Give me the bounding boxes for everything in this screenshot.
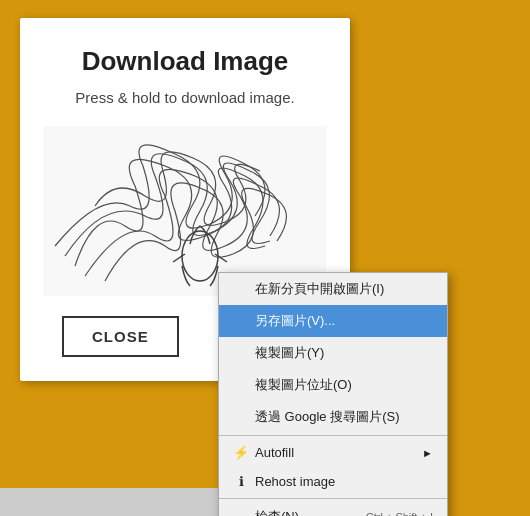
menu-item-shortcut: Ctrl + Shift + I (366, 511, 433, 516)
context-menu-item-save-image[interactable]: 另存圖片(V)... (219, 305, 447, 337)
context-menu-separator (219, 435, 447, 436)
menu-item-label: 在新分頁中開啟圖片(I) (255, 280, 433, 298)
card-image (44, 126, 326, 296)
context-menu-separator (219, 498, 447, 499)
context-menu-item-copy-image-url[interactable]: 複製圖片位址(O) (219, 369, 447, 401)
menu-item-label: Autofill (255, 445, 422, 460)
context-menu-item-autofill[interactable]: ⚡Autofill► (219, 438, 447, 467)
context-menu-item-inspect[interactable]: 檢查(N)Ctrl + Shift + I (219, 501, 447, 516)
card-title: Download Image (44, 46, 326, 77)
bottom-bar (0, 488, 220, 516)
menu-item-label: 複製圖片位址(O) (255, 376, 433, 394)
menu-item-label: Rehost image (255, 474, 433, 489)
context-menu-item-rehost[interactable]: ℹRehost image (219, 467, 447, 496)
menu-item-label: 透過 Google 搜尋圖片(S) (255, 408, 433, 426)
context-menu-item-search-google[interactable]: 透過 Google 搜尋圖片(S) (219, 401, 447, 433)
menu-item-icon: ℹ (233, 474, 249, 489)
context-menu: 在新分頁中開啟圖片(I)另存圖片(V)...複製圖片(Y)複製圖片位址(O)透過… (218, 272, 448, 516)
context-menu-item-copy-image[interactable]: 複製圖片(Y) (219, 337, 447, 369)
menu-item-label: 檢查(N) (255, 508, 356, 516)
close-button[interactable]: CLOSE (62, 316, 179, 357)
menu-item-icon: ⚡ (233, 445, 249, 460)
menu-item-label: 複製圖片(Y) (255, 344, 433, 362)
menu-item-label: 另存圖片(V)... (255, 312, 433, 330)
scribble-image (44, 126, 326, 296)
menu-item-arrow: ► (422, 447, 433, 459)
context-menu-item-open-new-tab[interactable]: 在新分頁中開啟圖片(I) (219, 273, 447, 305)
card-subtitle: Press & hold to download image. (44, 87, 326, 108)
